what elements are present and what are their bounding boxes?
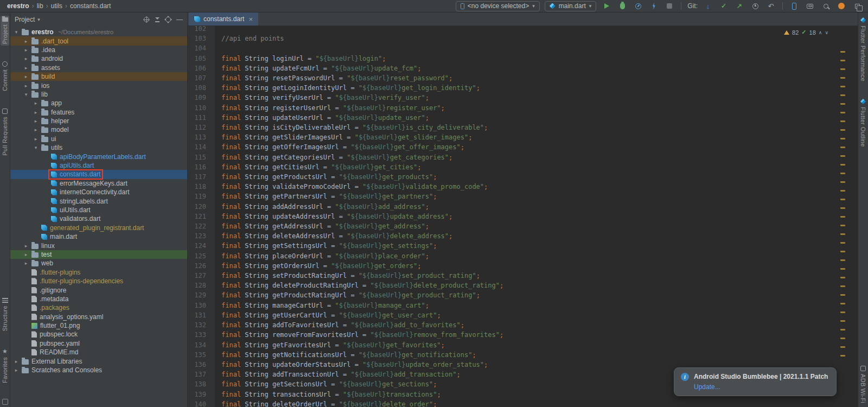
code-line[interactable]: 118final String validatePromoCodeUrl = "… [188, 182, 833, 192]
tree-collapsed-icon[interactable]: ▸ [32, 136, 40, 142]
line-number[interactable]: 120 [188, 202, 215, 212]
tree-collapsed-icon[interactable]: ▸ [32, 118, 40, 124]
warning-tick[interactable] [840, 86, 845, 87]
line-number[interactable]: 119 [188, 192, 215, 201]
line-number[interactable]: 139 [188, 390, 215, 399]
prev-warning-button[interactable]: ∧ [819, 30, 822, 35]
tree-row[interactable]: .metadata [10, 295, 187, 303]
code-line[interactable]: 110final String registerUserUrl = "${bas… [188, 103, 833, 113]
collapse-all-button[interactable] [155, 17, 160, 22]
tree-row[interactable]: uiUtils.dart [10, 206, 187, 214]
tree-row[interactable]: ▸features [10, 108, 187, 117]
line-number[interactable]: 116 [188, 162, 215, 172]
code-line[interactable]: 126final String getOrdersUrl = "${baseUr… [188, 261, 833, 271]
tool-window-button-pull-requests[interactable]: Pull Requests [1, 107, 9, 157]
code-line[interactable]: 113final String getSliderImagesUrl = "${… [188, 132, 833, 142]
line-number[interactable]: 104 [188, 43, 215, 53]
line-number[interactable]: 113 [188, 132, 215, 142]
tree-row[interactable]: pubspec.yaml [10, 339, 187, 348]
warning-tick[interactable] [840, 329, 845, 330]
tool-window-button-flutter-performance[interactable]: Flutter Performance [859, 16, 867, 83]
warning-tick[interactable] [840, 103, 845, 105]
warning-tick[interactable] [840, 355, 845, 357]
code-line[interactable]: 123final String deleteAddressUrl = "${ba… [188, 231, 833, 241]
screenshot-button[interactable] [805, 1, 815, 11]
tree-row[interactable]: ▸ios [10, 81, 187, 90]
warning-tick[interactable] [840, 60, 845, 61]
line-number[interactable]: 109 [188, 93, 215, 103]
tree-collapsed-icon[interactable]: ▸ [22, 65, 30, 71]
run-button[interactable] [601, 1, 612, 11]
line-number[interactable]: 115 [188, 152, 215, 162]
code-line[interactable]: 128final String deleteProductRatingUrl =… [188, 281, 833, 290]
warning-tick[interactable] [840, 120, 845, 122]
tree-row[interactable]: README.md [10, 348, 187, 357]
breadcrumb-item[interactable]: lib [35, 2, 45, 10]
tree-row[interactable]: ▸android [10, 54, 187, 63]
tree-collapsed-icon[interactable]: ▸ [32, 127, 40, 132]
line-number[interactable]: 140 [188, 399, 215, 407]
code-line[interactable]: 108final String getLoginIdentityUrl = "$… [188, 83, 833, 93]
tree-row[interactable]: ▸.idea [10, 46, 187, 54]
tree-row[interactable]: apiUtils.dart [10, 161, 187, 170]
git-update-button[interactable]: ↓ [703, 1, 713, 11]
line-number[interactable]: 133 [188, 330, 215, 340]
tree-collapsed-icon[interactable]: ▸ [22, 56, 30, 61]
code-line[interactable]: 103//api end points [188, 34, 833, 43]
code-line[interactable]: 117final String getProductsUrl = "${base… [188, 172, 833, 182]
warning-tick[interactable] [840, 199, 845, 200]
line-number[interactable]: 110 [188, 103, 215, 113]
stop-button[interactable] [664, 1, 675, 11]
tool-window-button-project[interactable]: Project [1, 16, 9, 46]
tree-row[interactable]: ▸linux [10, 241, 187, 250]
line-number[interactable]: 111 [188, 113, 215, 123]
inspections-widget[interactable]: 82 ✓ 18 ∧ ∨ [784, 29, 828, 36]
warning-tick[interactable] [840, 311, 845, 313]
tree-row[interactable]: generated_plugin_registrant.dart [10, 224, 187, 232]
device-manager-button[interactable] [789, 1, 800, 11]
tool-window-button-adb-wi-fi[interactable]: ADB Wi-Fi [859, 364, 867, 405]
warning-tick[interactable] [840, 129, 845, 131]
warning-tick[interactable] [840, 233, 845, 235]
rollback-button[interactable]: ↶ [765, 1, 776, 11]
panel-title[interactable]: Project [15, 16, 35, 23]
warning-tick[interactable] [840, 303, 845, 304]
breadcrumb-item[interactable]: utils [49, 2, 64, 10]
tree-row[interactable]: ▾erestro~/Documents/erestro [10, 28, 187, 36]
close-icon[interactable]: × [248, 15, 253, 23]
tree-row[interactable]: .flutter-plugins-dependencies [10, 277, 187, 285]
history-button[interactable] [750, 1, 761, 11]
breadcrumb-item[interactable]: erestro [5, 2, 31, 10]
tree-row[interactable]: ▸web [10, 259, 187, 268]
tree-row[interactable]: ▸test [10, 250, 187, 259]
warning-tick[interactable] [840, 190, 845, 192]
line-number[interactable]: 105 [188, 54, 215, 63]
code-line[interactable]: 119final String getPartnersUrl = "${base… [188, 192, 833, 201]
warning-tick[interactable] [840, 346, 845, 348]
line-number[interactable]: 130 [188, 301, 215, 310]
tree-row[interactable]: main.dart [10, 232, 187, 241]
line-number[interactable]: 106 [188, 63, 215, 73]
code-line[interactable]: 120final String addAddressUrl = "${baseU… [188, 202, 833, 212]
code-line[interactable]: 124final String getSettingsUrl = "${base… [188, 241, 833, 251]
warning-tick[interactable] [840, 77, 845, 79]
tree-row[interactable]: ▾lib [10, 90, 187, 99]
code-line[interactable]: 116final String getCitiesUrl = "${baseUr… [188, 162, 833, 172]
warning-tick[interactable] [840, 242, 845, 244]
tree-expanded-icon[interactable]: ▾ [22, 92, 30, 97]
tab-constants-dart[interactable]: constants.dart × [189, 12, 258, 26]
line-number[interactable]: 135 [188, 350, 215, 360]
code-line[interactable]: 135final String getNotificationsUrl = "$… [188, 350, 833, 360]
tool-window-button-favorites[interactable]: ★Favorites [1, 347, 9, 385]
updates-indicator-button[interactable] [836, 1, 847, 11]
code-line[interactable]: 111final String updateUserUrl = "${baseU… [188, 113, 833, 123]
git-commit-button[interactable]: ✓ [718, 1, 729, 11]
line-number[interactable]: 127 [188, 271, 215, 281]
warning-tick[interactable] [840, 155, 845, 157]
device-selector[interactable]: <no device selected> ▾ [456, 1, 540, 11]
tree-row[interactable]: flutter_01.png [10, 321, 187, 330]
warning-tick[interactable] [840, 277, 845, 278]
chevron-down-icon[interactable]: ▾ [37, 17, 40, 22]
warning-tick[interactable] [840, 207, 845, 209]
tree-row[interactable]: validators.dart [10, 214, 187, 223]
